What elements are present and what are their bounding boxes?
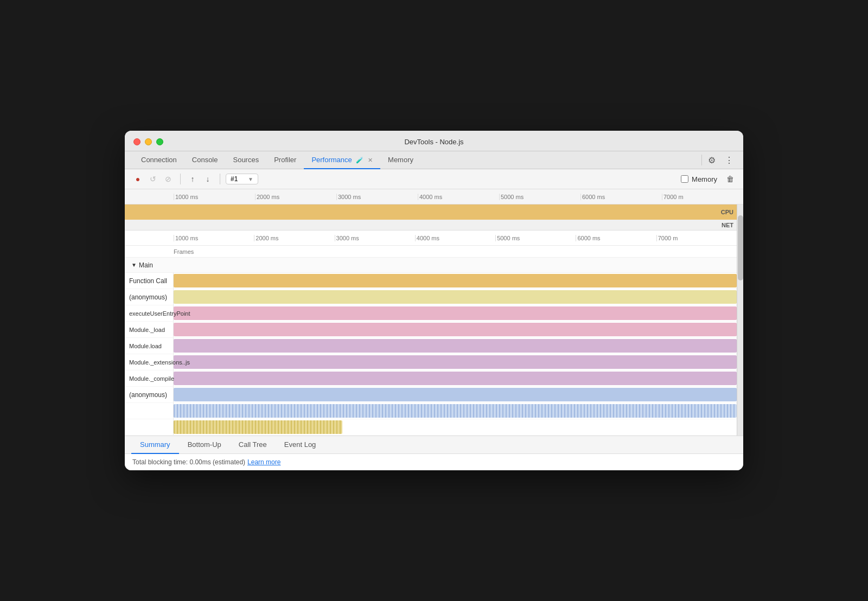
frames-row: Frames: [125, 246, 737, 258]
timeline-content: CPU NET 1000 ms 2000 ms 3000 ms 4000 ms …: [125, 204, 737, 436]
cpu-band: CPU: [125, 204, 737, 220]
main-content: CPU NET 1000 ms 2000 ms 3000 ms 4000 ms …: [125, 204, 743, 436]
close-button[interactable]: [133, 138, 141, 145]
memory-checkbox-text: Memory: [692, 175, 717, 183]
ruler-mark-1: 2000 ms: [255, 194, 336, 200]
tab-performance-close[interactable]: ✕: [368, 157, 373, 164]
stop-button[interactable]: ⊘: [162, 172, 175, 186]
tab-performance[interactable]: Performance 🧪 ✕: [304, 151, 380, 169]
main-section-header[interactable]: ▼ Main: [125, 258, 737, 273]
net-label: NET: [722, 222, 733, 228]
flame-content-module-extensions[interactable]: [174, 354, 737, 370]
toolbar: ● ↺ ⊘ ↑ ↓ #1 ▼ Memory 🗑: [125, 169, 743, 189]
nav-separator: [701, 155, 702, 165]
learn-more-link[interactable]: Learn more: [247, 458, 280, 466]
tab-event-log[interactable]: Event Log: [276, 436, 325, 454]
flame-row-module-extensions: Module._extensions..js: [125, 354, 737, 370]
nav-icons: ⚙ ⋮: [706, 155, 735, 165]
flame-label-anonymous-1: (anonymous): [125, 289, 174, 305]
flame-bar-stripe-blue: [174, 404, 737, 418]
main-section-label: Main: [139, 261, 153, 269]
tab-profiler[interactable]: Profiler: [266, 151, 304, 169]
flame-row-module-compile: Module._compile: [125, 370, 737, 387]
nav-bar: Connection Console Sources Profiler Perf…: [125, 151, 743, 169]
flame-row-module-load-underscore: Module._load: [125, 322, 737, 338]
tab-sources[interactable]: Sources: [225, 151, 266, 169]
flame-content-module-load[interactable]: [174, 338, 737, 354]
flame-content-execute-user[interactable]: [174, 305, 737, 321]
flame-row-stripe-yellow: [125, 419, 737, 436]
frames-label: Frames: [174, 248, 194, 255]
tab-console[interactable]: Console: [184, 151, 226, 169]
more-icon[interactable]: ⋮: [724, 155, 735, 165]
flame-label-module-load-underscore: Module._load: [125, 322, 174, 337]
flame-row-module-load: Module.load: [125, 338, 737, 354]
ruler-mark-0: 1000 ms: [174, 194, 255, 200]
profile-selector[interactable]: #1 ▼: [226, 174, 258, 184]
flame-content-anonymous-1[interactable]: [174, 289, 737, 305]
scrollbar-thumb[interactable]: [738, 215, 743, 280]
chevron-down-icon: ▼: [248, 176, 253, 182]
flame-label-module-extensions: Module._extensions..js: [125, 354, 174, 370]
timeline-ruler-top: 1000 ms 2000 ms 3000 ms 4000 ms 5000 ms …: [125, 189, 743, 204]
tab-connection[interactable]: Connection: [133, 151, 184, 169]
flame-chart-area: ▼ Main Function Call (anonymous): [125, 258, 737, 436]
trash-button[interactable]: 🗑: [724, 172, 737, 186]
ruler-marks-top: 1000 ms 2000 ms 3000 ms 4000 ms 5000 ms …: [174, 194, 743, 200]
flame-label-stripe-blue: [125, 403, 174, 419]
download-button[interactable]: ↓: [201, 172, 214, 186]
flame-content-stripe-blue[interactable]: [174, 403, 737, 419]
net-band: NET: [125, 220, 737, 231]
flame-bar-stripe-yellow: [174, 420, 342, 434]
second-ruler-mark-1: 2000 ms: [254, 235, 334, 241]
flame-label-function-call: Function Call: [125, 273, 174, 289]
second-ruler-mark-4: 5000 ms: [495, 235, 576, 241]
ruler-mark-4: 5000 ms: [499, 194, 580, 200]
memory-checkbox-label[interactable]: Memory: [681, 175, 717, 183]
second-ruler-mark-5: 6000 ms: [576, 235, 656, 241]
flame-bar-module-load-underscore: [174, 323, 737, 336]
flame-label-execute-user: executeUserEntryPoint: [125, 305, 174, 321]
minimize-button[interactable]: [145, 138, 152, 145]
settings-icon[interactable]: ⚙: [706, 155, 717, 165]
flame-content-module-compile[interactable]: [174, 370, 737, 386]
flame-bar-anonymous-2: [174, 388, 737, 401]
flask-icon: 🧪: [356, 157, 363, 164]
flame-label-anonymous-2: (anonymous): [125, 387, 174, 402]
memory-checkbox[interactable]: [681, 175, 688, 183]
window-title: DevTools - Node.js: [404, 138, 463, 146]
status-text: Total blocking time: 0.00ms (estimated): [132, 458, 245, 466]
flame-bar-anonymous-1: [174, 290, 737, 304]
flame-content-anonymous-2[interactable]: [174, 387, 737, 402]
tab-memory[interactable]: Memory: [380, 151, 421, 169]
second-ruler-mark-6: 7000 m: [656, 235, 737, 241]
flame-bar-function-call: [174, 274, 737, 287]
flame-content-module-load-underscore[interactable]: [174, 322, 737, 337]
flame-content-stripe-yellow[interactable]: [174, 419, 737, 435]
flame-bar-execute-user: [174, 306, 737, 320]
flame-content-function-call[interactable]: [174, 273, 737, 289]
tab-call-tree[interactable]: Call Tree: [230, 436, 276, 454]
flame-bar-module-extensions: [174, 355, 737, 369]
cpu-label: CPU: [721, 209, 733, 215]
profile-selector-text: #1: [231, 175, 246, 183]
flame-bar-module-compile: [174, 372, 737, 385]
ruler-mark-6: 7000 m: [662, 194, 743, 200]
toolbar-separator-1: [180, 174, 181, 184]
record-button[interactable]: ●: [131, 172, 144, 186]
refresh-button[interactable]: ↺: [146, 172, 159, 186]
second-ruler-mark-3: 4000 ms: [415, 235, 495, 241]
traffic-lights: [133, 138, 163, 145]
tab-performance-label: Performance: [311, 156, 352, 164]
bottom-tabs: Summary Bottom-Up Call Tree Event Log: [125, 436, 743, 454]
ruler-mark-3: 4000 ms: [418, 194, 499, 200]
upload-button[interactable]: ↑: [186, 172, 199, 186]
tab-summary[interactable]: Summary: [131, 436, 179, 454]
tab-bottom-up[interactable]: Bottom-Up: [179, 436, 230, 454]
scrollbar-track[interactable]: [737, 204, 743, 436]
second-ruler-mark-0: 1000 ms: [174, 235, 254, 241]
status-bar: Total blocking time: 0.00ms (estimated) …: [125, 454, 743, 470]
maximize-button[interactable]: [156, 138, 163, 145]
flame-row-execute-user: executeUserEntryPoint: [125, 305, 737, 322]
ruler-mark-5: 6000 ms: [580, 194, 662, 200]
